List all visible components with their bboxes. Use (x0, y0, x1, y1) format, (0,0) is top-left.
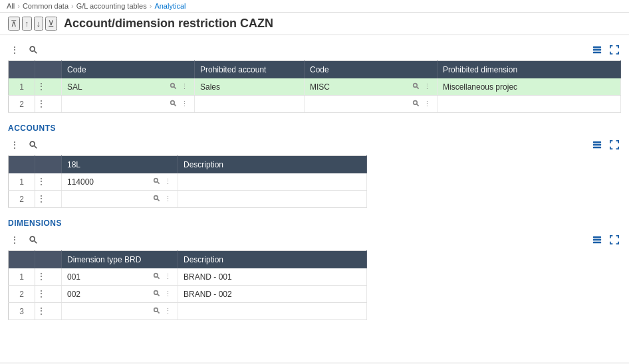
dim-cell-type-3: ⋮ (62, 303, 178, 320)
table-row: 2 ⋮ ⋮ (9, 96, 621, 113)
acc-cell-desc-1 (178, 173, 367, 191)
row-actions-2: ⋮ (35, 96, 62, 113)
th-dim-type: Dimension type BRD (62, 251, 178, 269)
breadcrumb-analytical[interactable]: Analytical (154, 2, 186, 10)
cell-more2-1[interactable]: ⋮ (423, 82, 432, 92)
accounts-expand-btn[interactable] (608, 139, 621, 151)
svg-rect-4 (593, 52, 601, 54)
dimensions-expand-btn[interactable] (608, 234, 621, 246)
nav-top[interactable]: ⊼ (8, 17, 20, 31)
acc-cell-search-1[interactable] (152, 177, 161, 187)
dim-cell-more-2[interactable]: ⋮ (164, 289, 172, 299)
svg-rect-2 (593, 46, 601, 48)
accounts-layers-btn[interactable] (590, 139, 604, 151)
main-expand-btn[interactable] (608, 44, 621, 56)
svg-rect-25 (593, 239, 601, 241)
table-row: 1 ⋮ SAL ⋮ Sales (9, 78, 621, 96)
breadcrumb-common-data[interactable]: Common data (23, 2, 68, 10)
dim-row-actions-3: ⋮ (35, 303, 62, 320)
cell-more2-2[interactable]: ⋮ (423, 99, 432, 109)
dim-row-menu-1[interactable]: ⋮ (37, 272, 46, 281)
dim-cell-type-1: 001 ⋮ (62, 268, 178, 286)
svg-line-19 (158, 182, 160, 184)
dim-row-actions-2: ⋮ (35, 286, 62, 303)
dimensions-menu-btn[interactable]: ⋮ (8, 233, 21, 246)
breadcrumb-all[interactable]: All (7, 2, 15, 10)
cell-more-1[interactable]: ⋮ (180, 82, 189, 92)
cell-search-1[interactable] (169, 82, 178, 92)
dim-row-menu-2[interactable]: ⋮ (37, 289, 46, 298)
acc-row-menu-2[interactable]: ⋮ (37, 194, 46, 203)
svg-rect-24 (593, 236, 601, 238)
svg-point-22 (30, 236, 35, 241)
dim-cell-more-3[interactable]: ⋮ (164, 306, 172, 316)
table-row: 3 ⋮ ⋮ (9, 303, 367, 320)
acc-row-menu-1[interactable]: ⋮ (37, 177, 46, 186)
svg-point-29 (154, 291, 158, 295)
svg-line-28 (158, 277, 160, 279)
dim-cell-more-1[interactable]: ⋮ (164, 272, 172, 282)
cell-search2-1[interactable] (412, 82, 420, 92)
cell-code2-2: ⋮ (305, 96, 438, 113)
main-layers-btn[interactable] (590, 44, 604, 56)
acc-cell-desc-2 (178, 191, 367, 208)
svg-line-21 (158, 199, 160, 201)
nav-up[interactable]: ↑ (22, 17, 32, 31)
page-title: Account/dimension restriction CAZN (64, 17, 273, 31)
acc-cell-more-2[interactable]: ⋮ (164, 194, 172, 204)
dimensions-toolbar: ⋮ (8, 230, 621, 249)
svg-rect-3 (593, 49, 601, 51)
accounts-section-label: ACCOUNTS (8, 124, 621, 133)
svg-line-32 (158, 312, 160, 314)
row-menu-1[interactable]: ⋮ (37, 82, 46, 91)
th-code2: Code (305, 61, 438, 79)
th-acc-desc: Description (178, 156, 367, 174)
acc-cell-search-2[interactable] (152, 194, 161, 204)
th-rownum-1 (9, 61, 35, 79)
dim-cell-search-3[interactable] (152, 306, 161, 316)
acc-cell-18l-2: ⋮ (62, 191, 178, 208)
cell-more-2[interactable]: ⋮ (180, 99, 189, 109)
dim-cell-type-2: 002 ⋮ (62, 286, 178, 303)
accounts-search-btn[interactable] (27, 139, 40, 151)
main-content: ⋮ (0, 35, 629, 362)
dim-cell-search-1[interactable] (152, 272, 161, 282)
svg-point-20 (154, 196, 158, 200)
breadcrumb-gl[interactable]: G/L accounting tables (76, 2, 147, 10)
cell-search-2[interactable] (169, 99, 178, 109)
svg-line-23 (35, 241, 37, 244)
main-table: Code Prohibited account Code Prohibited … (8, 60, 621, 113)
main-search-btn[interactable] (27, 44, 40, 56)
main-table-toolbar: ⋮ (8, 41, 621, 59)
main-menu-btn[interactable]: ⋮ (8, 43, 21, 56)
svg-rect-26 (593, 242, 601, 244)
dim-row-num-2: 2 (9, 286, 35, 303)
th-prohibited-account: Prohibited account (195, 61, 305, 79)
dim-row-menu-3[interactable]: ⋮ (37, 306, 46, 316)
th-dim-actions (35, 251, 62, 269)
svg-point-18 (154, 179, 158, 183)
nav-bottom[interactable]: ⊻ (45, 17, 57, 31)
cell-proh-account-2 (195, 96, 305, 113)
dimensions-layers-btn[interactable] (590, 234, 604, 246)
cell-search2-2[interactable] (412, 99, 420, 109)
dim-cell-search-2[interactable] (152, 289, 161, 299)
nav-down[interactable]: ↓ (34, 17, 44, 31)
table-row: 2 ⋮ 002 ⋮ BRAND - 002 (9, 286, 367, 303)
dim-cell-desc-2: BRAND - 002 (178, 286, 367, 303)
row-num-2: 2 (9, 96, 35, 113)
svg-rect-15 (593, 141, 601, 143)
svg-line-6 (174, 87, 176, 89)
svg-line-30 (158, 294, 160, 296)
dim-row-num-1: 1 (9, 268, 35, 286)
dimensions-search-btn[interactable] (27, 234, 40, 246)
row-menu-2[interactable]: ⋮ (37, 99, 46, 108)
dim-cell-desc-1: BRAND - 001 (178, 268, 367, 286)
dimensions-section-label: DIMENSIONS (8, 219, 621, 228)
dim-row-actions-1: ⋮ (35, 268, 62, 286)
accounts-menu-btn[interactable]: ⋮ (8, 138, 21, 151)
cell-code2-1: MISC ⋮ (305, 78, 438, 96)
acc-cell-more-1[interactable]: ⋮ (164, 177, 172, 187)
svg-rect-17 (593, 147, 601, 149)
svg-point-13 (30, 141, 35, 146)
